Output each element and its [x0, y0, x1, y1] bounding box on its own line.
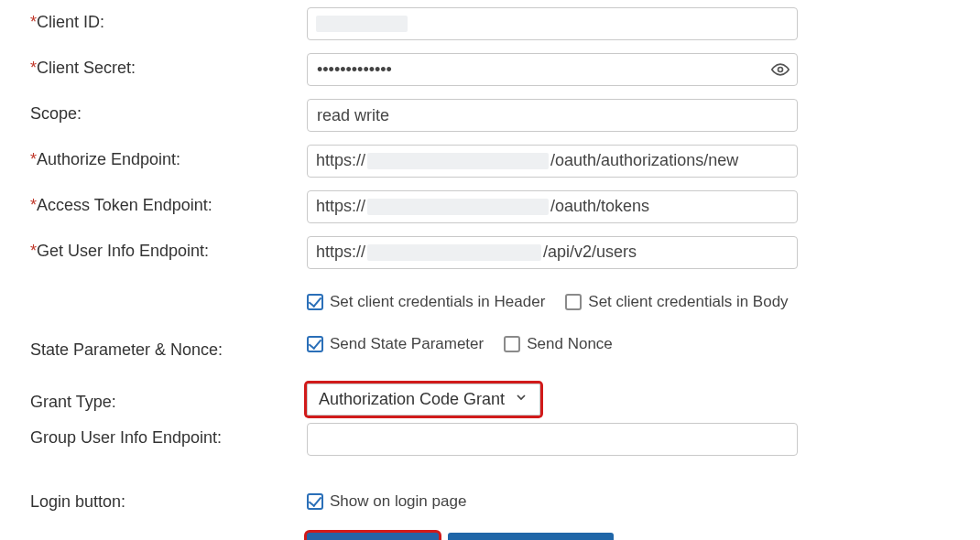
send-nonce-checkbox[interactable]: Send Nonce [504, 335, 613, 353]
row-group-endpoint: Group User Info Endpoint: [30, 423, 980, 456]
cred-header-checkbox[interactable]: Set client credentials in Header [307, 293, 545, 311]
test-configuration-button[interactable]: Test Configuration [448, 533, 614, 540]
scope-label: Scope: [30, 104, 82, 123]
grant-type-value: Authorization Code Grant [319, 390, 505, 409]
row-userinfo-endpoint: *Get User Info Endpoint: https:// /api/v… [30, 236, 980, 269]
userinfo-endpoint-label: Get User Info Endpoint: [37, 242, 209, 260]
checkbox-icon [307, 493, 323, 510]
svg-point-0 [779, 68, 783, 72]
row-cred-location: Set client credentials in Header Set cli… [30, 293, 980, 311]
row-state-nonce: State Parameter & Nonce: Send State Para… [30, 335, 980, 360]
checkbox-icon [504, 336, 520, 352]
client-secret-input[interactable] [307, 53, 798, 86]
row-authorize-endpoint: *Authorize Endpoint: https:// /oauth/aut… [30, 145, 980, 178]
send-state-checkbox[interactable]: Send State Parameter [307, 335, 484, 353]
grant-type-select[interactable]: Authorization Code Grant [307, 383, 540, 416]
group-endpoint-input[interactable] [307, 423, 798, 456]
row-client-secret: *Client Secret: [30, 53, 980, 86]
checkbox-icon [307, 294, 323, 310]
row-login-button: Login button: Show on login page [30, 487, 980, 514]
login-button-label: Login button: [30, 492, 125, 511]
chevron-down-icon [514, 390, 528, 409]
checkbox-icon [565, 294, 582, 310]
row-client-id: *Client ID: [30, 7, 980, 40]
required-asterisk: * [30, 13, 37, 31]
state-nonce-label: State Parameter & Nonce: [30, 340, 223, 359]
row-scope: Scope: [30, 99, 980, 132]
required-asterisk: * [30, 150, 37, 168]
grant-type-label: Grant Type: [30, 393, 116, 411]
redacted-block [316, 16, 408, 32]
required-asterisk: * [30, 242, 37, 260]
authorize-endpoint-input[interactable] [307, 145, 798, 178]
scope-input[interactable] [307, 99, 798, 132]
required-asterisk: * [30, 196, 37, 214]
client-id-label: Client ID: [37, 13, 104, 31]
row-grant-type: Grant Type: Authorization Code Grant [30, 383, 980, 416]
button-row: Save settings Test Configuration [307, 533, 980, 540]
checkbox-icon [307, 336, 323, 352]
token-endpoint-label: Access Token Endpoint: [37, 196, 212, 214]
show-on-login-checkbox[interactable]: Show on login page [307, 492, 466, 511]
required-asterisk: * [30, 59, 37, 77]
reveal-password-icon[interactable] [770, 59, 790, 80]
token-endpoint-input[interactable] [307, 190, 798, 223]
authorize-endpoint-label: Authorize Endpoint: [37, 150, 180, 168]
client-secret-label: Client Secret: [37, 59, 136, 77]
group-endpoint-label: Group User Info Endpoint: [30, 428, 222, 447]
row-token-endpoint: *Access Token Endpoint: https:// /oauth/… [30, 190, 980, 223]
userinfo-endpoint-input[interactable] [307, 236, 798, 269]
cred-body-checkbox[interactable]: Set client credentials in Body [565, 293, 788, 311]
save-settings-button[interactable]: Save settings [307, 533, 439, 540]
